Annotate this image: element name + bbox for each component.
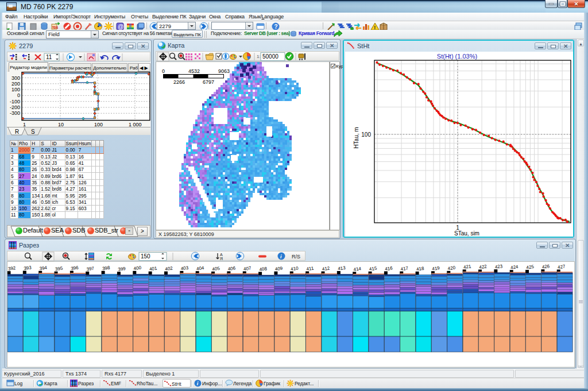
svg-text:417: 417: [400, 266, 409, 272]
svg-text:300: 300: [11, 75, 20, 81]
svg-text:100: 100: [94, 122, 103, 127]
svg-text:1:: 1:: [257, 54, 261, 59]
svg-text:410: 410: [291, 266, 299, 272]
svg-text:424: 424: [510, 264, 519, 270]
svg-text:11: 11: [46, 54, 52, 60]
svg-text:397: 397: [86, 266, 95, 272]
svg-text:392: 392: [7, 265, 16, 272]
svg-text:411: 411: [306, 266, 314, 272]
svg-text:420: 420: [447, 265, 456, 272]
svg-text:R: R: [15, 129, 19, 135]
svg-text:Я: Я: [220, 257, 223, 261]
svg-text:400: 400: [133, 265, 142, 272]
svg-text:426: 426: [541, 264, 550, 270]
svg-text:418: 418: [416, 266, 424, 272]
svg-text:407: 407: [243, 265, 252, 272]
svg-text:419: 419: [432, 265, 440, 272]
svg-text:398: 398: [102, 265, 110, 272]
svg-text:50000: 50000: [262, 53, 278, 60]
svg-text:402: 402: [165, 266, 173, 272]
svg-text:406: 406: [227, 265, 236, 272]
svg-text:405: 405: [212, 266, 220, 272]
svg-text:S: S: [31, 129, 35, 135]
svg-text:HTau, m: HTau, m: [353, 127, 359, 148]
svg-text:415: 415: [369, 266, 377, 272]
svg-text:422: 422: [479, 264, 488, 270]
svg-text:427: 427: [558, 264, 566, 270]
svg-text:0: 0: [17, 92, 20, 98]
svg-text:425: 425: [526, 264, 535, 270]
svg-text:St(Ht) (1.03%): St(Ht) (1.03%): [437, 53, 477, 60]
svg-text:399: 399: [118, 266, 126, 272]
svg-text:200: 200: [11, 81, 20, 87]
svg-text:100: 100: [361, 131, 371, 138]
svg-text:412: 412: [322, 266, 330, 272]
svg-text:1: 1: [23, 122, 26, 127]
svg-text:401: 401: [149, 266, 157, 272]
svg-text:R/S: R/S: [292, 254, 300, 260]
svg-text:409: 409: [274, 266, 283, 272]
svg-text:?: ?: [274, 24, 278, 30]
svg-text:-100: -100: [10, 99, 20, 104]
svg-text:408: 408: [259, 266, 268, 272]
svg-text:414: 414: [353, 266, 362, 272]
svg-text:10: 10: [58, 122, 64, 127]
svg-text:TDS: TDS: [52, 26, 59, 29]
svg-text:1 000: 1 000: [129, 122, 142, 127]
svg-text:396: 396: [71, 265, 79, 272]
svg-text:394: 394: [39, 265, 48, 272]
svg-text:100: 100: [11, 87, 20, 92]
svg-text:150: 150: [141, 253, 150, 260]
svg-text:A: A: [220, 253, 223, 257]
svg-text:STau, sim: STau, sim: [454, 230, 479, 237]
svg-text:-300: -300: [10, 110, 20, 116]
svg-text:393: 393: [24, 265, 32, 271]
svg-text:404: 404: [196, 265, 205, 272]
svg-text:403: 403: [180, 265, 189, 272]
svg-text:395: 395: [55, 266, 63, 272]
svg-text:416: 416: [385, 265, 393, 272]
svg-text:421: 421: [463, 264, 471, 270]
svg-text:413: 413: [338, 265, 346, 272]
svg-text:-200: -200: [10, 104, 20, 110]
svg-text:423: 423: [494, 264, 503, 270]
svg-text:@: @: [118, 24, 123, 30]
